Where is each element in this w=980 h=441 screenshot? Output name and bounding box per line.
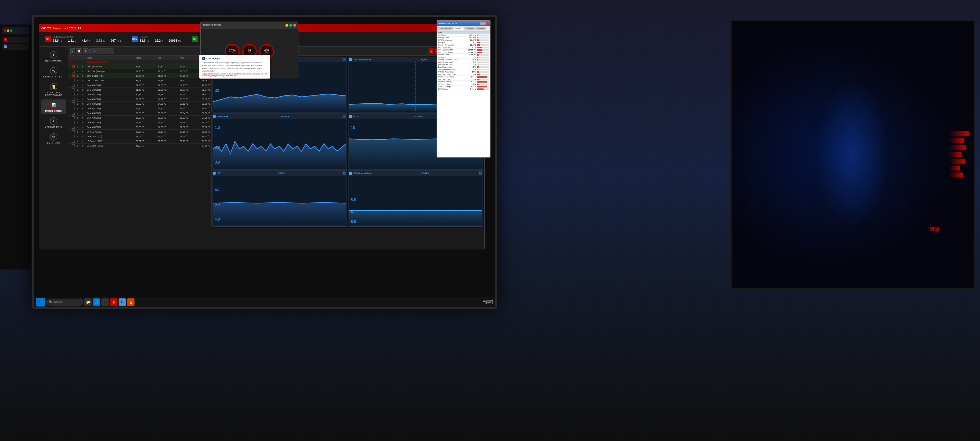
start-button[interactable]: ⊞ [36, 298, 45, 307]
hwinfo-mem-temp-val: 32.6 °C [464, 44, 476, 46]
hwinfo-tab-graphics[interactable]: Graphics Card [438, 27, 452, 30]
memory-usage: 16.2 [155, 39, 161, 42]
hwinfo-pcie-slot-v-name: PCIe Slot Voltage [438, 81, 464, 83]
hwinfo-row-gpu-temp: GPU Temperature 21.5 °C [437, 39, 490, 41]
taskbar-icon-chrome[interactable]: ○ [102, 298, 109, 306]
taskbar-search[interactable]: 🔍 Search [46, 299, 83, 306]
hwinfo-tab-validation[interactable]: Validation [476, 27, 486, 30]
check-core9[interactable] [70, 126, 77, 129]
hwinfo-mem-used-bar [477, 54, 489, 56]
check-core6[interactable] [70, 112, 77, 115]
val-core9: 28,60 °C [136, 126, 158, 129]
hwinfo-tab-sensors[interactable]: Sensors [453, 27, 463, 30]
rog-bar-4 [949, 152, 961, 157]
taskbar-icon-edge[interactable]: 🌐 [93, 298, 100, 306]
hwinfo-maximize[interactable] [483, 22, 485, 25]
icon2-ccd1: ↑ [82, 75, 87, 77]
chart-gpu-v-expand[interactable]: ⛶ [479, 172, 482, 175]
browser-tab-1[interactable]: B [2, 37, 29, 43]
sidebar-item-monitoring[interactable]: 📊 MONITORING [41, 99, 66, 114]
check-ccd2[interactable] [70, 79, 77, 82]
hwinfo-gpu-load-val: 9 % [464, 56, 476, 58]
val-l3-2: 31,07 °C [136, 144, 158, 147]
min-core0: 27,30 °C [158, 84, 180, 87]
filter-input[interactable] [89, 48, 114, 54]
section-expand[interactable]: ▼ [70, 61, 77, 64]
svg-text:10: 10 [351, 126, 355, 130]
chart-vid-expand[interactable]: ⛶ [342, 115, 346, 118]
toolbar-btn-chart[interactable]: 📈 [76, 48, 82, 54]
hwinfo-tab-advanced[interactable]: Advanced [464, 27, 475, 30]
chart-gpu-v-svg: 0.8 0.7 0.6 [349, 176, 482, 225]
sidebar-item-stability-test[interactable]: 🔧 STABILITY TEST [41, 65, 66, 80]
hwinfo-8pin1-v-bar [477, 86, 489, 88]
toolbar-btn-table[interactable]: ≡ [70, 48, 75, 54]
chart-5v-expand[interactable]: ⛶ [342, 172, 346, 175]
sidebar-item-settings[interactable]: ⚙ SETTINGS [41, 131, 66, 146]
check-core7[interactable] [70, 116, 77, 119]
hwinfo-pcie-power-val: 21.8 W [464, 73, 476, 75]
table-row-core7: ↓ ↑ Core7 (CCD2) 30,23 °C 26,05 °C 35,33… [68, 116, 210, 120]
name-core2: Core2 (CCD1) [87, 93, 136, 96]
hwinfo-row-mc-load: Memory Controller Load 11 % [437, 59, 490, 61]
check-core10[interactable] [70, 131, 77, 133]
icon1-l3-2: ↓ [77, 144, 82, 147]
check-core2[interactable] [70, 93, 77, 96]
check-core8[interactable] [70, 121, 77, 124]
check-core5[interactable] [70, 107, 77, 110]
icon1-core0: ↓ [77, 84, 82, 87]
max-core1: 65,34 °C [202, 88, 210, 91]
tooltip-body: Adjusts master GPU core voltage. Dependi… [202, 61, 267, 72]
hwinfo-nvddc-v-val: 12.2 V [464, 76, 476, 78]
sidebar-item-benchmark[interactable]: ⚡ BENCHMARK [41, 49, 66, 64]
mem-clock-unit: MHz [265, 52, 268, 54]
val-core8: 29,58 °C [136, 121, 158, 124]
col-check [70, 57, 77, 59]
table-row-core8: ↓ ↑ Core8 (CCD2) 29,58 °C 25,21 °C 34,68… [68, 120, 210, 125]
taskbar-icon-explorer[interactable]: 📁 [84, 298, 92, 306]
hwinfo-board-power-bar [477, 66, 489, 68]
check-die[interactable] [70, 70, 77, 73]
hwinfo-row-pcie-src: PCIE SRC Power 21.3 W [437, 78, 490, 81]
check-core4[interactable] [70, 102, 77, 105]
check-tctl[interactable] [70, 65, 77, 68]
memory-section: MEM Memory 33.6 °C 16.2 # [128, 32, 188, 46]
cpu-voltage-item: 1.21 v [68, 38, 76, 43]
sidebar-item-system-info[interactable]: ℹ SYSTEM INFO [41, 115, 66, 130]
name-core10: Core10 (CCD2) [87, 131, 136, 133]
chart-cpu-expand[interactable]: ⛶ [342, 58, 346, 61]
check-ccd1[interactable] [70, 75, 77, 77]
check-core0[interactable] [70, 84, 77, 87]
core-voltage-value: 0.744 [229, 49, 236, 52]
check-l3-1[interactable] [70, 140, 77, 143]
cpu-section: CPU AMD Ryzen 9 5900X 33.8 °C 1.21 v [41, 32, 128, 46]
check-core3[interactable] [70, 98, 77, 101]
ab-maximize[interactable] [290, 24, 292, 27]
chart-5v: +5V 5,069 V ⛶ [212, 170, 347, 227]
check-core1[interactable] [70, 88, 77, 91]
system-info-label: SYSTEM INFO [45, 126, 62, 128]
hwinfo-8pin1-p-bar [477, 84, 489, 85]
ab-close[interactable] [293, 24, 296, 27]
taskbar-icon-hwinfo[interactable]: H [119, 298, 126, 306]
browser-tab-2[interactable]: A [2, 44, 29, 50]
cpu-freq-item: 967 MHz [111, 38, 121, 43]
memory-usage-item: 16.2 # [155, 38, 163, 43]
hwinfo-row-nvddc: NVDDC Power Draw 14 W [437, 71, 490, 73]
taskbar-icon-afterburner[interactable]: 🔥 [127, 298, 135, 306]
hwinfo-close[interactable] [486, 22, 488, 25]
data-table-panel: Name Value Min Avg Max ▼ [68, 56, 210, 228]
hwinfo-minimize[interactable] [480, 22, 483, 25]
svg-text:0.6: 0.6 [351, 219, 356, 224]
svg-text:0.9: 0.9 [215, 145, 220, 150]
sidebar-item-stability-cert[interactable]: 📜 STABILITY CERTIFICATE [41, 81, 66, 98]
check-l3-2[interactable] [70, 144, 77, 147]
toolbar-btn-red1[interactable]: ■ [429, 48, 434, 54]
toolbar-btn-settings[interactable]: ⚙ [83, 48, 88, 54]
taskbar-icon-occt[interactable]: ⚡ [110, 298, 117, 306]
cpu-load-unit: % [103, 40, 105, 42]
hwinfo-mc-load-bar [477, 59, 489, 60]
icon2-core11: ↑ [82, 135, 87, 138]
check-core11[interactable] [70, 135, 77, 138]
ab-minimize[interactable] [285, 24, 288, 27]
